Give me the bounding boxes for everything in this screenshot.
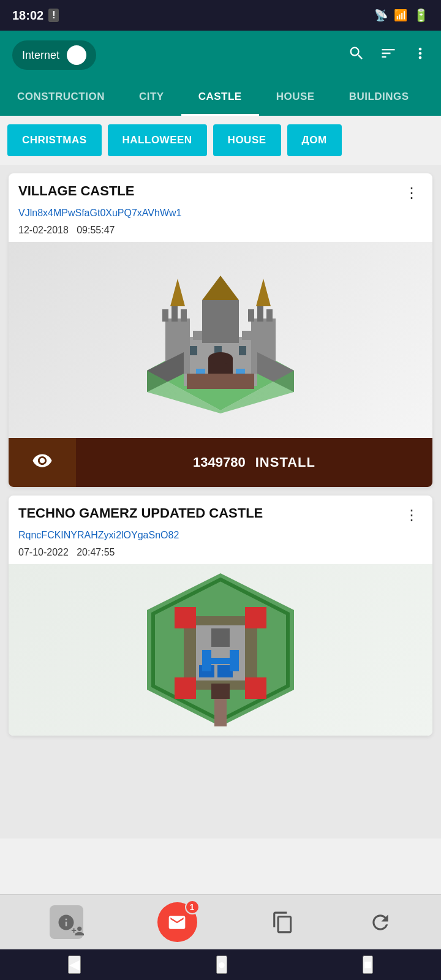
svg-rect-17: [266, 309, 273, 322]
bottom-spacer: [9, 744, 432, 830]
chip-house[interactable]: HOUSE: [213, 124, 281, 156]
tab-house[interactable]: HOUSE: [259, 80, 332, 116]
cast-icon: 📡: [374, 9, 388, 22]
svg-rect-12: [172, 306, 178, 322]
date-2: 07-10-2022: [18, 547, 69, 557]
home-button[interactable]: ●: [216, 956, 227, 974]
svg-rect-42: [245, 677, 266, 699]
svg-rect-22: [202, 300, 239, 343]
back-button[interactable]: ◀: [68, 956, 81, 974]
more-icon[interactable]: [412, 45, 429, 66]
status-time: 18:02 !: [12, 9, 59, 23]
card-header-1: VILLAGE CASTLE ⋮: [9, 173, 432, 208]
internet-label: Internet: [22, 49, 59, 62]
card-link-2[interactable]: RqncFCKINYRAHZyxi2lOYgaSnO82: [9, 530, 432, 545]
chip-dom[interactable]: ДОМ: [287, 124, 342, 156]
top-icons: [348, 45, 429, 66]
card-title-2: TECHNO GAMERZ UPDATED CASTLE: [18, 505, 263, 521]
status-bar: 18:02 ! 📡 📶 🔋: [0, 0, 441, 31]
date-1: 12-02-2018: [18, 225, 69, 235]
card-image-2: [9, 564, 432, 736]
tab-castle[interactable]: CASTLE: [181, 80, 259, 116]
tab-construction[interactable]: CONSTRUCTION: [0, 80, 122, 116]
castle-svg-1: [129, 251, 312, 429]
tab-buildings[interactable]: BUILDINGS: [332, 80, 426, 116]
svg-rect-8: [242, 331, 251, 340]
svg-rect-49: [214, 699, 227, 726]
time-2: 20:47:55: [77, 547, 115, 557]
svg-marker-21: [256, 279, 271, 306]
install-count-1: 1349780: [193, 454, 246, 470]
toggle-indicator: [67, 45, 86, 65]
card-techno-castle: TECHNO GAMERZ UPDATED CASTLE ⋮ RqncFCKIN…: [9, 496, 432, 736]
chip-halloween[interactable]: HALLOWEEN: [108, 124, 207, 156]
card-title-1: VILLAGE CASTLE: [18, 183, 134, 199]
view-button-1[interactable]: [9, 438, 76, 487]
recents-button[interactable]: ■: [363, 956, 373, 974]
status-icons: 📡 📶 🔋: [374, 8, 429, 23]
svg-rect-30: [196, 369, 205, 374]
card-village-castle: VILLAGE CASTLE ⋮ VJln8x4MPwSfaGt0XuPQ7xA…: [9, 173, 432, 487]
card-menu-icon-1[interactable]: ⋮: [401, 183, 423, 203]
internet-toggle[interactable]: Internet: [12, 40, 96, 70]
wifi-icon: 📶: [394, 9, 407, 22]
copy-icon: [271, 911, 295, 934]
mail-icon: 1: [157, 902, 197, 942]
install-label-1: INSTALL: [255, 454, 315, 470]
search-icon[interactable]: [348, 45, 365, 66]
card-date-2: 07-10-2022 20:47:55: [9, 545, 432, 564]
svg-rect-39: [175, 607, 196, 628]
refresh-icon: [369, 911, 392, 934]
card-link-1[interactable]: VJln8x4MPwSfaGt0XuPQ7xAVhWw1: [9, 208, 432, 222]
svg-rect-16: [257, 306, 263, 322]
battery-icon: 🔋: [413, 8, 429, 23]
castle-svg-2: [141, 567, 300, 733]
svg-rect-40: [245, 607, 266, 628]
svg-point-28: [208, 352, 233, 364]
svg-rect-45: [202, 650, 211, 671]
svg-rect-29: [187, 374, 254, 389]
svg-rect-31: [236, 369, 245, 374]
card-header-2: TECHNO GAMERZ UPDATED CASTLE ⋮: [9, 496, 432, 530]
sub-categories: CHRISTMAS HALLOWEEN HOUSE ДОМ: [0, 116, 441, 165]
card-image-1: [9, 242, 432, 438]
svg-rect-48: [211, 628, 230, 647]
add-user-icon: [71, 924, 85, 940]
bottom-nav: 1: [0, 894, 441, 949]
tab-city[interactable]: CITY: [122, 80, 181, 116]
card-footer-1: 1349780 INSTALL: [9, 438, 432, 487]
svg-rect-24: [190, 346, 197, 355]
time-1: 09:55:47: [77, 225, 115, 235]
nav-item-refresh[interactable]: [369, 911, 392, 934]
svg-rect-26: [239, 346, 246, 355]
android-nav-bar: ◀ ● ■: [0, 949, 441, 980]
svg-rect-4: [193, 331, 202, 340]
svg-rect-13: [181, 309, 187, 322]
svg-rect-47: [211, 658, 230, 664]
svg-rect-46: [230, 650, 239, 671]
mail-badge: 1: [185, 900, 200, 914]
filter-icon[interactable]: [380, 45, 397, 66]
install-button-1[interactable]: 1349780 INSTALL: [76, 438, 432, 487]
nav-item-copy[interactable]: [271, 911, 295, 934]
svg-marker-19: [170, 279, 185, 306]
top-bar: Internet: [0, 31, 441, 80]
card-menu-icon-2[interactable]: ⋮: [401, 505, 423, 525]
nav-item-add-user[interactable]: [50, 905, 83, 939]
svg-rect-11: [162, 309, 168, 322]
svg-rect-15: [248, 309, 254, 322]
svg-rect-50: [211, 684, 230, 699]
category-tabs: CONSTRUCTION CITY CASTLE HOUSE BUILDINGS: [0, 80, 441, 116]
eye-icon-1: [32, 450, 53, 475]
content-area: VILLAGE CASTLE ⋮ VJln8x4MPwSfaGt0XuPQ7xA…: [0, 165, 441, 839]
svg-marker-23: [202, 276, 239, 300]
chip-christmas[interactable]: CHRISTMAS: [7, 124, 102, 156]
time-display: 18:02: [12, 9, 43, 23]
card-date-1: 12-02-2018 09:55:47: [9, 222, 432, 242]
nav-item-mail[interactable]: 1: [157, 902, 197, 942]
svg-rect-41: [175, 677, 196, 699]
notification-icon: !: [48, 9, 59, 22]
